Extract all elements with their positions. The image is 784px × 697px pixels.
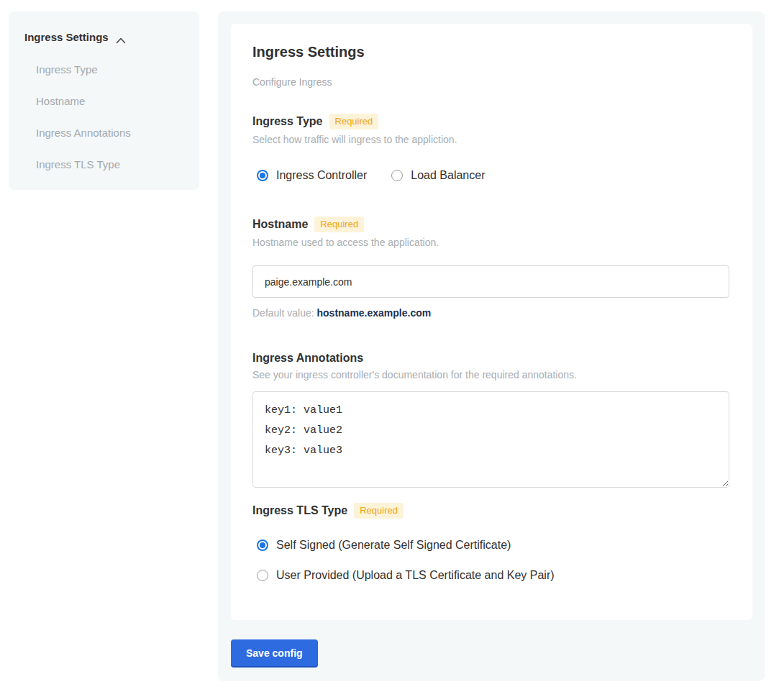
section-hostname: Hostname Required Hostname used to acces… [252,217,731,319]
sidebar-group-ingress-settings[interactable]: Ingress Settings [24,31,183,43]
chevron-up-icon [116,34,126,40]
page-title: Ingress Settings [252,44,731,60]
config-nav-sidebar: Ingress Settings Ingress Type Hostname I… [9,12,199,190]
hostname-description: Hostname used to access the application. [252,237,731,248]
radio-ingress-controller[interactable]: Ingress Controller [257,169,367,182]
default-value-text: hostname.example.com [317,307,432,319]
required-badge: Required [314,217,364,232]
radio-button-icon[interactable] [257,570,268,581]
sidebar-item-list: Ingress Type Hostname Ingress Annotation… [24,63,183,170]
section-ingress-annotations: Ingress Annotations See your ingress con… [252,352,731,488]
required-badge: Required [354,503,404,519]
radio-button-icon[interactable] [391,170,403,181]
ingress-annotations-description: See your ingress controller's documentat… [252,369,731,381]
sidebar-group-label: Ingress Settings [24,31,109,43]
hostname-input[interactable] [252,265,729,298]
config-panel: Ingress Settings Configure Ingress Ingre… [218,12,765,681]
sidebar-item-ingress-annotations[interactable]: Ingress Annotations [36,127,183,139]
radio-load-balancer[interactable]: Load Balancer [391,169,485,182]
radio-label: Ingress Controller [276,169,367,182]
ingress-tls-type-options: Self Signed (Generate Self Signed Certif… [252,539,731,582]
ingress-type-label: Ingress Type [252,115,323,128]
radio-user-provided[interactable]: User Provided (Upload a TLS Certificate … [257,569,731,582]
radio-self-signed[interactable]: Self Signed (Generate Self Signed Certif… [257,539,731,552]
ingress-settings-card: Ingress Settings Configure Ingress Ingre… [231,24,752,620]
hostname-label: Hostname [252,218,308,231]
default-value-prefix: Default value: [252,307,314,319]
ingress-annotations-textarea[interactable]: key1: value1 key2: value2 key3: value3 [252,391,729,488]
section-ingress-type: Ingress Type Required Select how traffic… [252,114,731,182]
radio-label: Self Signed (Generate Self Signed Certif… [276,539,511,552]
sidebar-item-hostname[interactable]: Hostname [36,95,183,107]
required-badge: Required [329,114,379,129]
page-subtitle: Configure Ingress [252,76,731,88]
ingress-annotations-label: Ingress Annotations [252,352,363,365]
ingress-type-description: Select how traffic will ingress to the a… [252,134,731,145]
radio-button-icon[interactable] [257,170,268,181]
hostname-default-helper: Default value: hostname.example.com [252,307,731,319]
sidebar-item-ingress-tls-type[interactable]: Ingress TLS Type [36,158,183,170]
sidebar-item-ingress-type[interactable]: Ingress Type [36,63,183,76]
radio-label: User Provided (Upload a TLS Certificate … [276,569,555,582]
ingress-tls-type-label: Ingress TLS Type [252,504,347,517]
section-ingress-tls-type: Ingress TLS Type Required Self Signed (G… [252,503,731,582]
radio-button-icon[interactable] [257,539,268,551]
radio-label: Load Balancer [411,169,485,182]
ingress-type-options: Ingress Controller Load Balancer [252,169,731,182]
save-config-button[interactable]: Save config [231,639,318,666]
